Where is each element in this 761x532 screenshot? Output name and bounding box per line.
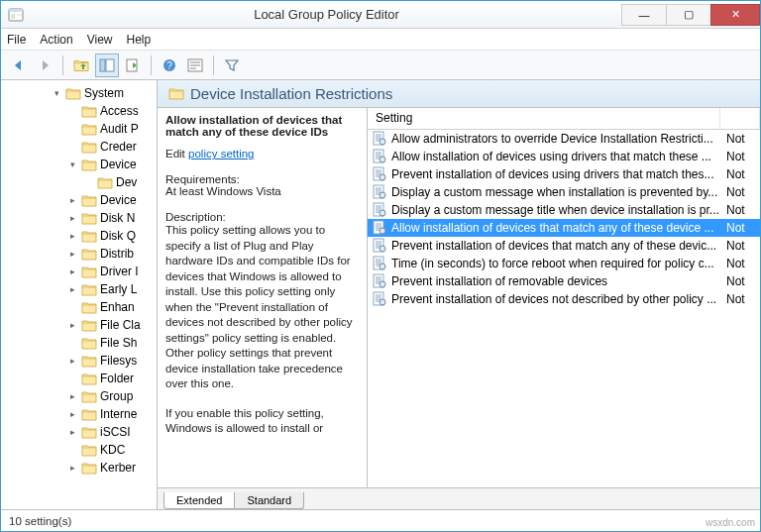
- tree-item[interactable]: Creder: [1, 138, 157, 156]
- expand-icon[interactable]: ▸: [66, 391, 78, 401]
- selected-policy-title: Allow installation of devices thatmatch …: [165, 114, 342, 138]
- setting-row[interactable]: Prevent installation of devices that mat…: [368, 237, 760, 255]
- expand-icon[interactable]: ▸: [66, 231, 78, 241]
- filter-button[interactable]: [220, 53, 244, 77]
- close-button[interactable]: ✕: [710, 4, 760, 26]
- setting-row[interactable]: Allow administrators to override Device …: [368, 130, 760, 148]
- edit-policy-link[interactable]: policy setting: [188, 148, 254, 160]
- setting-row[interactable]: Prevent installation of devices not desc…: [368, 290, 760, 308]
- tree-item[interactable]: ▸Disk N: [1, 209, 157, 227]
- tree-pane[interactable]: ▾SystemAccessAudit PCreder▾DeviceDev▸Dev…: [1, 80, 158, 509]
- setting-label: Allow installation of devices using driv…: [391, 150, 726, 163]
- folder-icon: [81, 248, 97, 261]
- policy-icon: [372, 256, 387, 271]
- setting-state: Not: [726, 257, 760, 270]
- column-setting[interactable]: Setting: [368, 108, 720, 129]
- forward-button[interactable]: [33, 53, 56, 77]
- tree-item[interactable]: ▸Interne: [1, 405, 157, 423]
- expand-icon[interactable]: ▾: [66, 160, 78, 169]
- policy-icon: [372, 202, 387, 218]
- expand-icon[interactable]: ▸: [66, 427, 78, 437]
- menu-file[interactable]: File: [7, 33, 26, 47]
- expand-icon[interactable]: ▸: [66, 409, 78, 419]
- up-button[interactable]: [69, 53, 93, 77]
- expand-icon[interactable]: ▸: [66, 356, 78, 366]
- tree-item[interactable]: Audit P: [1, 120, 157, 138]
- tree-item[interactable]: KDC: [1, 441, 157, 459]
- tree-item-label: Enhan: [100, 300, 135, 314]
- description-more: If you enable this policy setting, Windo…: [165, 406, 359, 437]
- setting-row[interactable]: Prevent installation of removable device…: [368, 272, 760, 290]
- tree-item[interactable]: Enhan: [1, 298, 157, 316]
- tree-item[interactable]: ▸Distrib: [1, 245, 157, 263]
- setting-row[interactable]: Time (in seconds) to force reboot when r…: [368, 255, 760, 272]
- help-button[interactable]: ?: [158, 53, 181, 77]
- tree-item[interactable]: ▸Filesys: [1, 352, 157, 370]
- expand-icon[interactable]: ▸: [66, 195, 78, 205]
- setting-row[interactable]: Display a custom message title when devi…: [368, 201, 760, 219]
- tree-item-label: Device: [100, 158, 137, 171]
- settings-list-pane: Setting Allow administrators to override…: [368, 108, 760, 487]
- setting-row[interactable]: Allow installation of devices using driv…: [368, 148, 760, 165]
- tree-item-label: Disk N: [100, 211, 135, 225]
- menu-help[interactable]: Help: [127, 33, 152, 47]
- tree-item[interactable]: ▾System: [1, 84, 157, 102]
- tree-item[interactable]: Folder: [1, 370, 157, 387]
- window-title: Local Group Policy Editor: [31, 7, 622, 22]
- folder-icon: [81, 123, 97, 136]
- expand-icon[interactable]: ▸: [66, 213, 78, 223]
- toolbar: ?: [1, 51, 760, 80]
- folder-icon: [81, 105, 97, 118]
- export-button[interactable]: [121, 53, 145, 77]
- folder-icon: [81, 159, 97, 171]
- tree-item[interactable]: ▾Device: [1, 156, 157, 173]
- back-button[interactable]: [7, 53, 31, 77]
- expand-icon[interactable]: ▸: [66, 320, 78, 330]
- tree-item[interactable]: Dev: [1, 173, 157, 191]
- tree-item[interactable]: ▸Disk Q: [1, 227, 157, 245]
- expand-icon[interactable]: ▸: [66, 266, 78, 276]
- expand-icon[interactable]: ▸: [66, 249, 78, 259]
- setting-row[interactable]: Display a custom message when installati…: [368, 183, 760, 201]
- tree-item-label: File Cla: [100, 318, 141, 332]
- setting-state: Not: [726, 185, 760, 199]
- app-icon: [7, 6, 25, 24]
- folder-icon: [81, 266, 97, 278]
- tree-item[interactable]: ▸Device: [1, 191, 157, 209]
- menu-view[interactable]: View: [87, 33, 113, 47]
- description-pane: Allow installation of devices thatmatch …: [158, 108, 368, 487]
- column-state[interactable]: [720, 108, 760, 129]
- policy-icon: [372, 166, 387, 182]
- setting-state: Not: [726, 274, 760, 288]
- status-bar: 10 setting(s): [1, 509, 760, 531]
- properties-button[interactable]: [183, 53, 207, 77]
- tree-item[interactable]: ▸iSCSI: [1, 423, 157, 441]
- svg-rect-7: [106, 59, 114, 71]
- column-headers[interactable]: Setting: [368, 108, 760, 130]
- tree-item[interactable]: ▸Early L: [1, 280, 157, 298]
- setting-state: Not: [726, 239, 760, 253]
- tree-item[interactable]: ▸Kerber: [1, 459, 157, 477]
- tree-item-label: Access: [100, 104, 139, 118]
- maximize-button[interactable]: ▢: [666, 4, 711, 26]
- tree-item-label: Creder: [100, 140, 137, 154]
- expand-icon[interactable]: ▸: [66, 284, 78, 294]
- tab-standard[interactable]: Standard: [234, 492, 304, 509]
- tree-item[interactable]: ▸Group: [1, 387, 157, 405]
- minimize-button[interactable]: —: [621, 4, 667, 26]
- tree-item[interactable]: ▸File Cla: [1, 316, 157, 334]
- show-hide-tree-button[interactable]: [95, 53, 119, 77]
- expand-icon[interactable]: ▾: [51, 88, 62, 98]
- tree-item-label: KDC: [100, 443, 125, 457]
- tree-item[interactable]: ▸Driver I: [1, 263, 157, 280]
- menu-action[interactable]: Action: [40, 33, 72, 47]
- policy-icon: [372, 131, 387, 147]
- svg-rect-6: [100, 59, 105, 71]
- tab-extended[interactable]: Extended: [163, 492, 235, 509]
- expand-icon[interactable]: ▸: [66, 463, 78, 473]
- tree-item[interactable]: File Sh: [1, 334, 157, 352]
- tree-item[interactable]: Access: [1, 102, 157, 120]
- setting-row[interactable]: Allow installation of devices that match…: [368, 219, 760, 237]
- setting-row[interactable]: Prevent installation of devices using dr…: [368, 165, 760, 183]
- setting-label: Allow installation of devices that match…: [391, 221, 726, 235]
